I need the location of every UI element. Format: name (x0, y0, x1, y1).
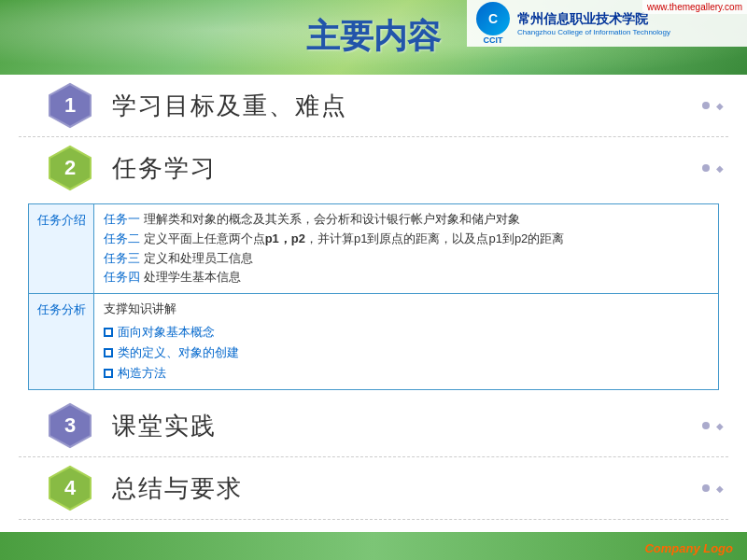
section-row-3: 3 课堂实践 (19, 395, 728, 457)
bullet-item-1: 面向对象基本概念 (104, 322, 709, 343)
dot-end-4 (702, 484, 710, 492)
section-row-4: 4 总结与要求 (19, 457, 728, 520)
bullet-item-2: 类的定义、对象的创建 (104, 343, 709, 363)
hex-badge-4: 4 (47, 465, 93, 511)
bullet-item-3: 构造方法 (104, 363, 709, 384)
task-line-3: 任务三 定义和处理员工信息 (104, 249, 709, 269)
dot-end-3 (702, 422, 710, 429)
section-label-4: 总结与要求 (112, 472, 243, 505)
logo-url: www.themegallery.com (642, 0, 747, 14)
company-logo: Company Logo (644, 541, 733, 555)
support-label: 支撑知识讲解 (104, 300, 709, 319)
table-row-analysis: 任务分析 支撑知识讲解 面向对象基本概念 类的定义、对象的创建 构造方法 (29, 294, 718, 389)
main-title: 主要内容 (0, 14, 747, 60)
table-header-intro: 任务介绍 (29, 204, 94, 293)
bullet-icon-3 (104, 369, 113, 378)
section-label-3: 课堂实践 (112, 410, 217, 442)
hex-badge-1: 1 (47, 82, 93, 129)
bullet-icon-2 (104, 348, 113, 357)
task-table: 任务介绍 任务一 理解类和对象的概念及其关系，会分析和设计银行帐户对象和储户对象… (28, 203, 719, 390)
content-area: 1 学习目标及重、难点 2 任务学习 任务介绍 任务一 理解类和对象的概念及其关… (19, 75, 728, 532)
task-line-1: 任务一 理解类和对象的概念及其关系，会分析和设计银行帐户对象和储户对象 (104, 210, 709, 230)
section-number-2: 2 (64, 156, 76, 180)
section-row-1: 1 学习目标及重、难点 (19, 75, 728, 137)
hex-badge-3: 3 (47, 402, 93, 449)
task-line-2: 任务二 定义平面上任意两个点p1，p2，并计算p1到原点的距离，以及点p1到p2… (104, 230, 709, 249)
dot-end-1 (702, 102, 710, 109)
section-label-1: 学习目标及重、难点 (112, 90, 347, 122)
dot-end-2 (702, 164, 710, 172)
bullet-icon-1 (104, 328, 113, 337)
section-label-2: 任务学习 (112, 152, 217, 185)
table-content-intro: 任务一 理解类和对象的概念及其关系，会分析和设计银行帐户对象和储户对象 任务二 … (94, 204, 718, 293)
section-row-2: 2 任务学习 (19, 137, 728, 199)
table-row-intro: 任务介绍 任务一 理解类和对象的概念及其关系，会分析和设计银行帐户对象和储户对象… (29, 204, 718, 294)
footer-background (0, 532, 747, 560)
section-number-3: 3 (64, 413, 76, 438)
task-line-4: 任务四 处理学生基本信息 (104, 268, 709, 287)
section-number-4: 4 (64, 476, 76, 500)
table-header-analysis: 任务分析 (29, 294, 94, 389)
table-content-analysis: 支撑知识讲解 面向对象基本概念 类的定义、对象的创建 构造方法 (94, 294, 718, 389)
section-number-1: 1 (64, 93, 76, 118)
hex-badge-2: 2 (47, 145, 93, 191)
